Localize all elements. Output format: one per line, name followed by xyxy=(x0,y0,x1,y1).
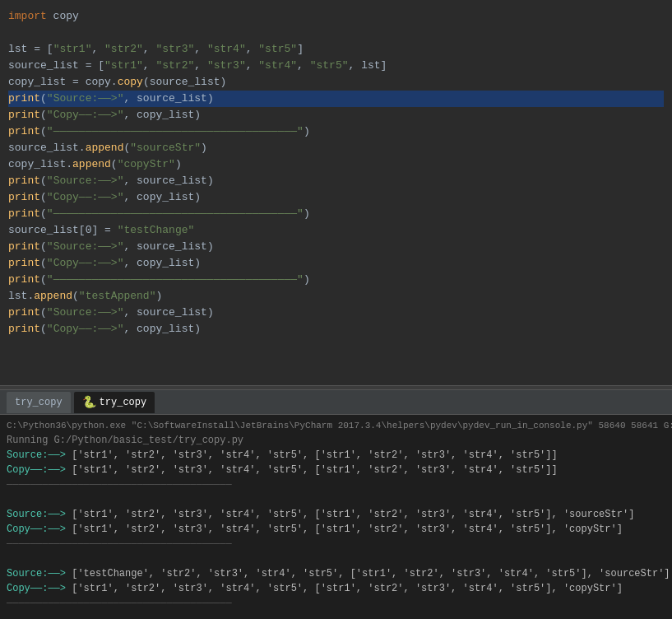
code-line-18: lst.append("testAppend") xyxy=(8,288,664,305)
code-line-3: lst = ["str1", "str2", "str3", "str4", "… xyxy=(8,41,664,58)
console-running-line: Running G:/Python/basic_test/try_copy.py xyxy=(7,433,665,448)
code-line-17: print("—————————————————————————————————… xyxy=(8,272,664,288)
console-sep-3: —————————————————————————————————————— xyxy=(7,596,665,611)
console-area: try_copy 🐍 try_copy C:\Python36\python.e… xyxy=(0,390,672,619)
tab-try-copy-1[interactable]: try_copy xyxy=(7,392,71,413)
console-blank-3 xyxy=(7,611,665,619)
tab-label-2: try_copy xyxy=(100,397,147,408)
console-output: C:\Python36\python.exe "C:\SoftwareInsta… xyxy=(0,415,672,619)
console-blank-1 xyxy=(7,492,665,507)
console-tab-bar: try_copy 🐍 try_copy xyxy=(0,390,672,415)
python-icon: 🐍 xyxy=(82,395,96,409)
console-out-3: Source:——> ['str1', 'str2', 'str3', 'str… xyxy=(7,507,665,522)
code-line-10: copy_list.append("copyStr") xyxy=(8,156,664,173)
tab-try-copy-2[interactable]: 🐍 try_copy xyxy=(74,392,155,413)
code-line-16: print("Copy——:——>", copy_list) xyxy=(8,255,664,272)
code-line-14: source_list[0] = "testChange" xyxy=(8,222,664,239)
code-line-4: source_list = ["str1", "str2", "str3", "… xyxy=(8,58,664,74)
code-line-20: print("Copy——:——>", copy_list) xyxy=(8,321,664,337)
console-out-6: Copy——:——> ['str1', 'str2', 'str3', 'str… xyxy=(7,581,665,596)
code-line-blank-1 xyxy=(8,25,664,41)
console-out-4: Copy——:——> ['str1', 'str2', 'str3', 'str… xyxy=(7,522,665,537)
code-line-15: print("Source:——>", source_list) xyxy=(8,239,664,255)
console-sep-1: —————————————————————————————————————— xyxy=(7,477,665,492)
code-line-5: copy_list = copy.copy(source_list) xyxy=(8,74,664,91)
console-blank-2 xyxy=(7,552,665,566)
console-sep-2: —————————————————————————————————————— xyxy=(7,537,665,552)
tab-label-1: try_copy xyxy=(15,397,63,408)
code-line-11: print("Source:——>", source_list) xyxy=(8,173,664,189)
console-out-2: Copy——:——> ['str1', 'str2', 'str3', 'str… xyxy=(7,463,665,477)
code-line-6: print("Source:——>", source_list) xyxy=(8,91,664,107)
code-line-8: print("—————————————————————————————————… xyxy=(8,123,664,140)
code-line-13: print("—————————————————————————————————… xyxy=(8,206,664,222)
code-editor[interactable]: import copy lst = ["str1", "str2", "str3… xyxy=(0,0,672,385)
code-line-7: print("Copy——:——>", copy_list) xyxy=(8,107,664,123)
code-line-19: print("Source:——>", source_list) xyxy=(8,305,664,321)
code-line-9: source_list.append("sourceStr") xyxy=(8,140,664,156)
console-out-5: Source:——> ['testChange', 'str2', 'str3'… xyxy=(7,566,665,581)
code-line-12: print("Copy——:——>", copy_list) xyxy=(8,189,664,206)
code-line-1: import copy xyxy=(8,8,664,25)
console-cmd-line: C:\Python36\python.exe "C:\SoftwareInsta… xyxy=(7,418,665,433)
console-out-1: Source:——> ['str1', 'str2', 'str3', 'str… xyxy=(7,448,665,463)
